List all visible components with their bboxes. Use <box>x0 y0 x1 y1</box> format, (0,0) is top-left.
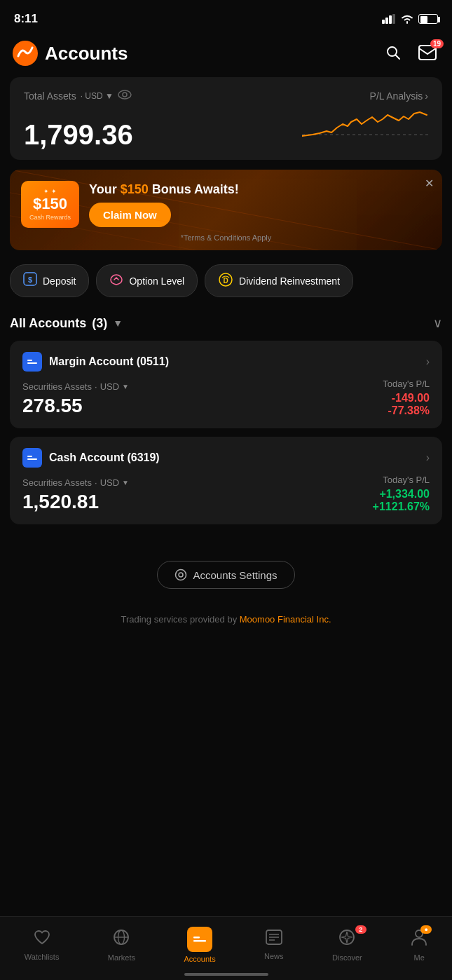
nav-news[interactable]: News <box>257 927 291 963</box>
margin-account-name: Margin Account (0511) <box>49 355 169 368</box>
search-button[interactable] <box>382 41 404 66</box>
assets-value: 1,799.36 <box>24 121 133 149</box>
cash-pl-value: +1,334.00 <box>373 488 430 501</box>
accounts-section: All Accounts (3) ▼ ∨ Margin Account (051… <box>0 310 452 524</box>
margin-account-icon <box>22 352 42 372</box>
bonus-highlight: $150 <box>121 182 149 196</box>
svg-point-24 <box>176 570 186 580</box>
bonus-content: ✦ ✦ $150 Cash Rewards Your $150 Bonus Aw… <box>21 181 431 228</box>
assets-label: Total Assets <box>24 90 76 102</box>
cash-account-header: Cash Account (6319) › <box>22 448 430 468</box>
dividend-icon: D <box>218 272 233 290</box>
news-icon <box>266 930 282 949</box>
settings-icon <box>174 569 187 581</box>
nav-discover[interactable]: 2 Discover <box>325 925 369 965</box>
cash-account-body: Securities Assets · USD ▼ 1,520.81 Today… <box>22 475 430 513</box>
svg-point-9 <box>123 93 127 97</box>
assets-body: 1,799.36 <box>24 107 428 149</box>
accounts-settings-button[interactable]: Accounts Settings <box>157 561 294 589</box>
accounts-count: (3) <box>92 316 107 331</box>
nav-markets[interactable]: Markets <box>101 925 142 965</box>
cash-assets-label: Securities Assets · USD ▼ <box>22 477 129 488</box>
news-label: News <box>264 952 284 960</box>
accounts-collapse-button[interactable]: ∨ <box>433 315 442 331</box>
bonus-ticket: ✦ ✦ $150 Cash Rewards <box>21 181 79 228</box>
dividend-button[interactable]: D Dividend Reinvestment <box>205 264 353 297</box>
accounts-icon-active <box>187 927 212 952</box>
wifi-icon <box>400 14 414 24</box>
svg-rect-22 <box>27 458 37 460</box>
margin-account-value: 278.55 <box>22 395 83 416</box>
markets-label: Markets <box>108 953 135 962</box>
status-icons <box>382 14 438 24</box>
search-icon <box>385 44 402 61</box>
settings-label: Accounts Settings <box>193 569 277 581</box>
assets-currency: · USD ▼ <box>81 91 114 101</box>
cash-account-chevron[interactable]: › <box>426 451 430 464</box>
mini-chart <box>302 107 428 149</box>
cash-account-card: Cash Account (6319) › Securities Assets … <box>10 437 442 524</box>
claim-now-button[interactable]: Claim Now <box>89 203 171 227</box>
margin-pl-value: -149.00 <box>383 392 430 404</box>
nav-me[interactable]: ● Me <box>404 925 434 965</box>
visibility-icon[interactable] <box>118 90 132 102</box>
discover-badge: 2 <box>355 925 367 934</box>
mail-badge: 19 <box>430 39 444 48</box>
margin-pl-percent: -77.38% <box>383 404 430 417</box>
margin-account-name-row: Margin Account (0511) <box>22 352 169 372</box>
cash-account-value: 1,520.81 <box>22 491 99 512</box>
option-level-button[interactable]: Option Level <box>96 264 198 297</box>
svg-rect-3 <box>392 14 395 24</box>
nav-watchlists[interactable]: Watchlists <box>18 926 67 964</box>
margin-assets-info: Securities Assets · USD ▼ 278.55 <box>22 381 129 417</box>
nav-accounts[interactable]: Accounts <box>177 924 222 966</box>
cash-assets-info: Securities Assets · USD ▼ 1,520.81 <box>22 477 129 513</box>
bonus-ticket-amount: $150 <box>29 196 71 212</box>
svg-text:$: $ <box>28 275 32 284</box>
me-badge: ● <box>420 925 432 934</box>
watchlists-label: Watchlists <box>25 953 60 961</box>
cash-pl: Today's P/L +1,334.00 +1121.67% <box>373 475 430 513</box>
cash-account-icon <box>22 448 42 468</box>
accounts-nav-label: Accounts <box>184 955 215 963</box>
svg-rect-21 <box>26 453 39 463</box>
margin-account-header: Margin Account (0511) › <box>22 352 430 372</box>
bonus-ticket-stars: ✦ ✦ <box>29 188 71 195</box>
svg-rect-31 <box>193 937 200 939</box>
accounts-title[interactable]: All Accounts (3) ▼ <box>10 316 123 331</box>
margin-assets-label: Securities Assets · USD ▼ <box>22 381 129 392</box>
pl-analysis-link[interactable]: P/L Analysis › <box>370 90 428 102</box>
margin-account-chevron[interactable]: › <box>426 355 430 368</box>
header-left: Accounts <box>13 41 128 66</box>
bonus-close-button[interactable]: ✕ <box>425 177 434 190</box>
assets-card-header: Total Assets · USD ▼ P/L Analysis › <box>24 90 428 102</box>
me-label: Me <box>414 953 425 962</box>
svg-point-25 <box>179 573 183 577</box>
status-time: 8:11 <box>14 12 38 26</box>
bonus-ticket-label: Cash Rewards <box>29 214 71 221</box>
home-indicator <box>184 973 268 976</box>
assets-label-row: Total Assets · USD ▼ <box>24 90 132 102</box>
page-title: Accounts <box>45 43 128 64</box>
battery-icon <box>418 14 438 24</box>
accounts-dropdown-arrow: ▼ <box>113 318 123 329</box>
mail-button[interactable]: 19 <box>416 42 439 65</box>
svg-text:D: D <box>223 277 228 285</box>
deposit-button[interactable]: $ Deposit <box>10 264 89 297</box>
footer-text: Trading services provided by <box>121 614 239 625</box>
bonus-text-area: Your $150 Bonus Awaits! Claim Now <box>89 182 431 227</box>
discover-label: Discover <box>332 953 362 962</box>
margin-pl: Today's P/L -149.00 -77.38% <box>383 379 430 417</box>
header-actions: 19 <box>382 41 439 66</box>
svg-rect-0 <box>382 20 385 24</box>
svg-rect-30 <box>193 940 206 942</box>
settings-area: Accounts Settings <box>0 533 452 603</box>
bonus-banner: ✕ ✦ ✦ $150 Cash Rewards Your $150 Bonus … <box>10 170 442 250</box>
svg-rect-23 <box>27 456 32 457</box>
svg-rect-19 <box>27 362 37 364</box>
total-assets-card: Total Assets · USD ▼ P/L Analysis › 1,79… <box>10 77 442 160</box>
margin-account-card: Margin Account (0511) › Securities Asset… <box>10 341 442 428</box>
bottom-navigation: Watchlists Markets Accounts <box>0 916 452 980</box>
footer-link[interactable]: Moomoo Financial Inc. <box>240 614 331 625</box>
margin-account-body: Securities Assets · USD ▼ 278.55 Today's… <box>22 379 430 417</box>
